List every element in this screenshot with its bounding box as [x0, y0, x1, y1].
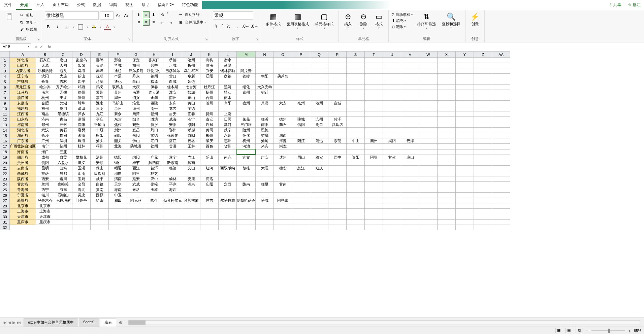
cell[interactable]: [401, 187, 419, 193]
cell[interactable]: 牡丹江: [200, 85, 219, 90]
cell[interactable]: [492, 182, 510, 187]
cell[interactable]: [72, 220, 91, 225]
cell[interactable]: 镇江: [219, 90, 237, 95]
cell[interactable]: [328, 198, 347, 203]
cell[interactable]: 鹰潭: [127, 111, 145, 117]
cell[interactable]: [474, 155, 492, 160]
menu-审阅[interactable]: 审阅: [105, 0, 121, 10]
cell[interactable]: [54, 209, 72, 214]
cell[interactable]: 铜仁: [109, 160, 127, 166]
cell[interactable]: 宁波: [54, 95, 72, 101]
cell[interactable]: [256, 149, 274, 155]
cell[interactable]: 宿州: [237, 101, 256, 106]
cell[interactable]: [492, 203, 510, 209]
cell[interactable]: [456, 166, 474, 171]
cell[interactable]: [474, 79, 492, 85]
cell[interactable]: [274, 90, 292, 95]
page-layout-view-button[interactable]: ▤: [566, 328, 572, 333]
cell[interactable]: 锡林郭勒: [219, 68, 237, 74]
cell[interactable]: [474, 166, 492, 171]
cell[interactable]: [292, 74, 310, 79]
cell[interactable]: [492, 63, 510, 68]
cell[interactable]: [492, 85, 510, 90]
cell[interactable]: [310, 149, 328, 155]
cell[interactable]: 大兴安岭: [256, 85, 274, 90]
cell[interactable]: [292, 160, 310, 166]
column-header-C[interactable]: C: [54, 52, 72, 58]
cell[interactable]: 凉山: [401, 155, 419, 160]
cell[interactable]: [347, 133, 365, 138]
cell[interactable]: [310, 85, 328, 90]
cell[interactable]: [474, 149, 492, 155]
cell[interactable]: 南通: [127, 90, 145, 95]
cell[interactable]: [401, 95, 419, 101]
cell[interactable]: 萍乡: [72, 111, 91, 117]
cell[interactable]: [274, 85, 292, 90]
cell[interactable]: [456, 111, 474, 117]
cell[interactable]: [438, 122, 456, 128]
cell[interactable]: 昌都: [54, 171, 72, 176]
cell[interactable]: 资阳: [347, 155, 365, 160]
cell[interactable]: 拉萨: [36, 171, 54, 176]
cell[interactable]: 宿迁: [256, 90, 274, 95]
horizontal-scrollbar[interactable]: [128, 320, 640, 325]
cell[interactable]: [328, 63, 347, 68]
cell[interactable]: 江苏省: [10, 90, 36, 95]
cell[interactable]: [456, 85, 474, 90]
cell[interactable]: 陇南: [237, 182, 256, 187]
format-painter-button[interactable]: 🖌格式刷: [19, 26, 38, 33]
cell[interactable]: [492, 214, 510, 220]
row-header-30[interactable]: 30: [0, 214, 10, 220]
cell[interactable]: [274, 160, 292, 166]
cell[interactable]: [456, 138, 474, 144]
cell[interactable]: 焦作: [109, 122, 127, 128]
cell[interactable]: [310, 58, 328, 63]
cell[interactable]: 林芝: [145, 171, 163, 176]
cell[interactable]: 玉溪: [72, 166, 91, 171]
row-header-24[interactable]: 24: [0, 182, 10, 187]
cell[interactable]: 朔州: [127, 63, 145, 68]
cell[interactable]: 毕节: [127, 160, 145, 166]
cell[interactable]: [328, 106, 347, 111]
row-header-6[interactable]: 6: [0, 85, 10, 90]
cell[interactable]: 辽阳: [200, 74, 219, 79]
cell[interactable]: [310, 225, 328, 230]
cell[interactable]: 驻马店: [328, 122, 347, 128]
row-header-32[interactable]: 32: [0, 225, 10, 230]
cell[interactable]: [438, 106, 456, 111]
cell[interactable]: [237, 171, 256, 176]
cell[interactable]: 鄂尔多斯: [127, 68, 145, 74]
cell[interactable]: [474, 101, 492, 106]
cell[interactable]: 江门: [145, 138, 163, 144]
clipboard-dialog-launcher[interactable]: ↘: [37, 37, 41, 41]
increase-decimal-button[interactable]: .0←: [243, 23, 249, 30]
cell[interactable]: [365, 117, 383, 122]
tab-nav-first[interactable]: ⏮: [3, 320, 7, 325]
cell[interactable]: 黑河: [219, 85, 237, 90]
cell[interactable]: 贺州: [219, 144, 237, 149]
menu-帮助[interactable]: 帮助: [137, 0, 154, 10]
cell[interactable]: 固原: [91, 193, 109, 198]
cell[interactable]: [237, 63, 256, 68]
cell[interactable]: 海南省: [10, 149, 36, 155]
row-header-26[interactable]: 26: [0, 193, 10, 198]
cell[interactable]: [347, 171, 365, 176]
cell[interactable]: 塔城: [256, 198, 274, 203]
cell[interactable]: 郴州: [200, 133, 219, 138]
row-header-27[interactable]: 27: [0, 198, 10, 203]
cell[interactable]: [492, 160, 510, 166]
cell[interactable]: 朝阳: [256, 74, 274, 79]
cell[interactable]: [328, 166, 347, 171]
cell[interactable]: [492, 117, 510, 122]
cell[interactable]: 聊城: [292, 117, 310, 122]
align-right-button[interactable]: ≡: [150, 19, 157, 26]
cell[interactable]: [200, 160, 219, 166]
cell[interactable]: [456, 117, 474, 122]
sheet-tab-Sheet1[interactable]: Sheet1: [79, 318, 99, 327]
cell[interactable]: [401, 166, 419, 171]
cell[interactable]: 襄樊: [72, 128, 91, 133]
cancel-formula-button[interactable]: ✕: [34, 44, 38, 49]
cell[interactable]: [492, 209, 510, 214]
cell[interactable]: 韶关: [109, 138, 127, 144]
cell[interactable]: [456, 90, 474, 95]
